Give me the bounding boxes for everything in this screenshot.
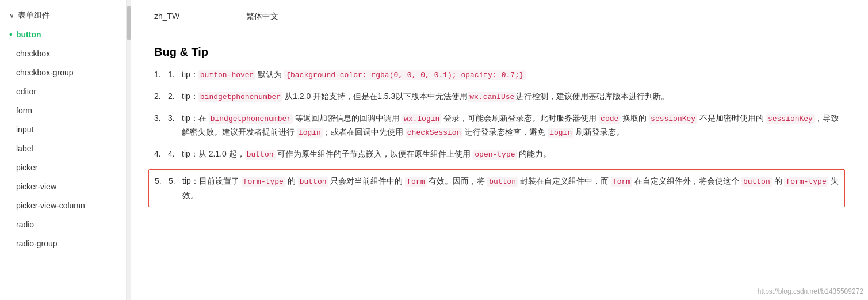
sidebar-section-title-label: 表单组件: [18, 10, 50, 21]
tip-content-5: tip：目前设置了 form-type 的 button 只会对当前组件中的 f…: [182, 174, 839, 202]
tip-item-3: 3. tip：在 bindgetphonenumber 等返回加密信息的回调中调…: [154, 112, 845, 139]
scroll-thumb[interactable]: [127, 6, 131, 40]
sidebar-item-checkbox-group[interactable]: checkbox-group: [0, 63, 126, 82]
sidebar-item-button[interactable]: button: [0, 25, 126, 44]
tip-item-1: 1. tip：button-hover 默认为 {background-colo…: [154, 68, 845, 82]
bug-tip-section: Bug & Tip 1. tip：button-hover 默认为 {backg…: [154, 45, 845, 207]
tip-number-3: 3.: [168, 112, 182, 139]
tip-list: 1. tip：button-hover 默认为 {background-colo…: [154, 68, 845, 207]
sidebar-item-input[interactable]: input: [0, 120, 126, 139]
scrollbar[interactable]: [127, 0, 131, 300]
sidebar-item-picker[interactable]: picker: [0, 158, 126, 177]
main-content: zh_TW 繁体中文 Bug & Tip 1. tip：button-hover…: [131, 0, 868, 300]
sidebar-item-editor[interactable]: editor: [0, 82, 126, 101]
sidebar-item-radio[interactable]: radio: [0, 215, 126, 234]
url-hint: https://blog.csdn.net/b1435509272: [758, 287, 863, 295]
sidebar-items-list: buttoncheckboxcheckbox-groupeditorformin…: [0, 25, 126, 253]
sidebar-item-radio-group[interactable]: radio-group: [0, 234, 126, 253]
sidebar: ∨ 表单组件 buttoncheckboxcheckbox-groupedito…: [0, 0, 127, 300]
chevron-down-icon: ∨: [9, 12, 14, 20]
tip-content-2: tip：bindgetphonenumber 从1.2.0 开始支持，但是在1.…: [182, 90, 845, 104]
sidebar-item-checkbox[interactable]: checkbox: [0, 44, 126, 63]
section-title: Bug & Tip: [154, 45, 845, 59]
lang-name: 繁体中文: [246, 12, 278, 22]
tip-number-4: 4.: [168, 147, 182, 161]
sidebar-item-picker-view-column[interactable]: picker-view-column: [0, 196, 126, 215]
tip-number-5: 5.: [169, 174, 182, 202]
lang-table-row: zh_TW 繁体中文: [154, 12, 845, 28]
tip-number-2: 2.: [168, 90, 182, 104]
tip-item-5: 5. tip：目前设置了 form-type 的 button 只会对当前组件中…: [148, 169, 845, 207]
sidebar-item-label[interactable]: label: [0, 139, 126, 158]
lang-code: zh_TW: [154, 12, 200, 22]
tip-number-1: 1.: [168, 68, 182, 82]
tip-content-4: tip：从 2.1.0 起，button 可作为原生组件的子节点嵌入，以便在原生…: [182, 147, 845, 161]
tip-item-2: 2. tip：bindgetphonenumber 从1.2.0 开始支持，但是…: [154, 90, 845, 104]
sidebar-item-picker-view[interactable]: picker-view: [0, 177, 126, 196]
tip-item-4: 4. tip：从 2.1.0 起，button 可作为原生组件的子节点嵌入，以便…: [154, 147, 845, 161]
sidebar-section-header[interactable]: ∨ 表单组件: [0, 6, 126, 25]
sidebar-item-form[interactable]: form: [0, 101, 126, 120]
tip-content-1: tip：button-hover 默认为 {background-color: …: [182, 68, 845, 82]
tip-content-3: tip：在 bindgetphonenumber 等返回加密信息的回调中调用 w…: [182, 112, 845, 139]
